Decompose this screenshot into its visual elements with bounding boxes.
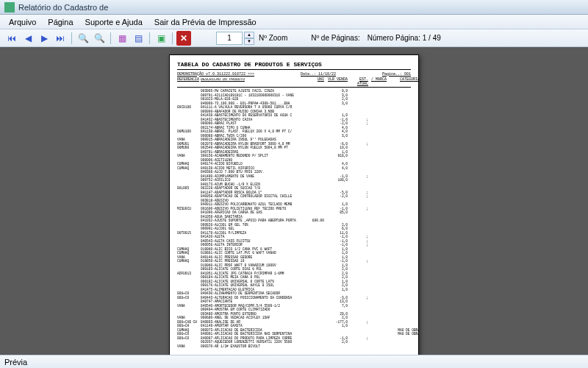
zoom-input[interactable] (216, 32, 243, 45)
app-icon (4, 2, 15, 13)
export-button[interactable]: ▣ (154, 31, 168, 46)
toolbar-separator (71, 32, 72, 44)
zoom-in-button[interactable]: 🔍 (92, 31, 107, 46)
menu-suporte[interactable]: Suporte e Ajuda (79, 16, 148, 28)
report-date: Data..: 11/10/22 (301, 73, 336, 77)
report-page: TABELA DO CADASTRO DE PRODUTOS E SERVIÇO… (169, 54, 419, 355)
pages-label: Nº de Páginas: (311, 34, 359, 42)
hdr-cat: CATEGORIA (390, 78, 419, 86)
prev-page-button[interactable]: ◀ (21, 31, 35, 46)
zoom-up-button[interactable]: ▲ (244, 32, 254, 38)
last-page-button[interactable]: ⏭ (53, 31, 68, 46)
hdr-uni: UNI (309, 78, 324, 86)
hdr-marca: / MARCA (368, 78, 390, 86)
hdr-ref: REFERENCIA (177, 78, 201, 86)
status-bar: Prévia (0, 355, 588, 368)
hdr-desc: DESCRICAO DO PRODUTO (201, 78, 309, 86)
table-row: VANA000370-AR 1/2# EXAUSTOR BIVOLT (177, 344, 411, 349)
report-rows: 003905-PW CAPACETE AJUSTE FACIL CINZA9,9… (177, 89, 411, 348)
menu-sair[interactable]: Sair da Prévia de Impressão (148, 16, 262, 28)
report-title: TABELA DO CADASTRO DE PRODUTOS E SERVIÇO… (177, 63, 411, 70)
toolbar-separator (110, 32, 111, 44)
status-text: Prévia (4, 358, 27, 367)
doc-button-1[interactable]: ▦ (115, 31, 129, 46)
toolbar-separator (172, 32, 173, 44)
report-demo: DEMONSTRAÇÃO v7.0.311222.010722 >>> (177, 73, 254, 77)
menu-arquivo[interactable]: Arquivo (3, 16, 42, 28)
doc-button-2[interactable]: ▤ (131, 31, 146, 46)
preview-area[interactable]: TABELA DO CADASTRO DE PRODUTOS E SERVIÇO… (0, 47, 588, 355)
zoom-down-button[interactable]: ▼ (244, 38, 254, 45)
report-subheader: DEMONSTRAÇÃO v7.0.311222.010722 >>> Data… (177, 73, 411, 77)
close-preview-button[interactable]: ✕ (176, 31, 191, 46)
first-page-button[interactable]: ⏮ (4, 31, 19, 46)
page-number-info: Número Página: 1 / 49 (368, 34, 441, 42)
menu-bar: Arquivo Página Suporte e Ajuda Sair da P… (0, 15, 588, 29)
window-title: Relatório do Cadastro de (18, 3, 108, 12)
zoom-label: Nº Zoom (259, 34, 287, 42)
hdr-est: EST. ATUAL (348, 78, 368, 86)
menu-pagina[interactable]: Página (42, 16, 79, 28)
toolbar: ⏮ ◀ ▶ ⏭ 🔍 🔍 ▦ ▤ ▣ ✕ ▲ ▼ Nº Zoom Nº de Pá… (0, 29, 588, 47)
zoom-spinner: ▲ ▼ (244, 32, 254, 45)
hdr-vlr: VLR VENDA (324, 78, 348, 86)
next-page-button[interactable]: ▶ (37, 31, 51, 46)
zoom-out-button[interactable]: 🔍 (76, 31, 90, 46)
report-pagenum: Pagina..: 001 (382, 73, 411, 77)
toolbar-separator (149, 32, 150, 44)
report-columns-header: REFERENCIA DESCRICAO DO PRODUTO UNI VLR … (177, 78, 411, 88)
window-titlebar: Relatório do Cadastro de (0, 0, 588, 15)
